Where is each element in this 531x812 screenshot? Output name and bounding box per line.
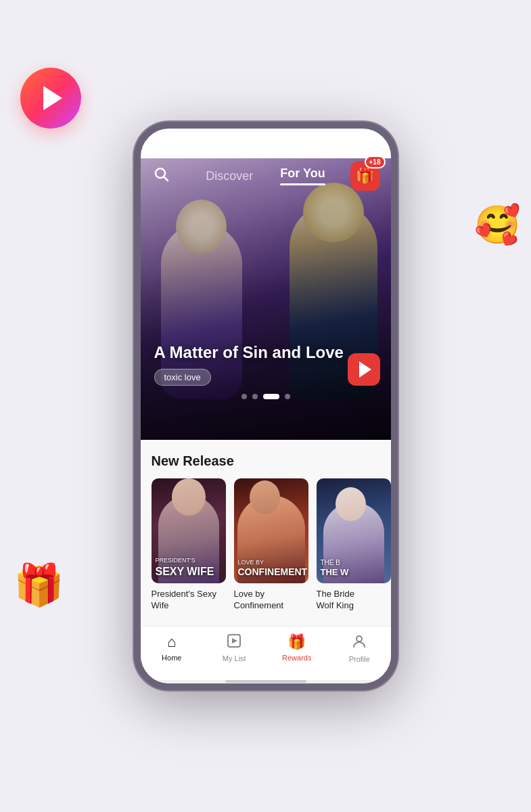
phone-frame: 10:32 ▲ — [134, 122, 398, 690]
battery-icon — [356, 139, 372, 148]
dot-2 — [252, 394, 258, 399]
deco-play-icon — [20, 68, 81, 129]
nav-label-home: Home — [162, 654, 181, 662]
signal-bar-2 — [329, 143, 331, 148]
book-cover-sexy-wife: PRESIDENT'S SEXY WIFE — [152, 478, 226, 583]
nav-label-rewards: Rewards — [282, 654, 311, 662]
hero-text-area: A Matter of Sin and Love toxic love — [154, 343, 344, 386]
svg-line-1 — [164, 177, 168, 181]
book-card-bride[interactable]: THE B THE W The BrideWolf King — [317, 478, 391, 612]
gift-button[interactable]: 🎁 +18 — [350, 161, 380, 191]
deco-emoji-icon: 🥰 — [474, 203, 521, 247]
carousel-dots — [241, 394, 290, 399]
nav-item-rewards[interactable]: 🎁 Rewards — [277, 633, 317, 662]
nav-label-mylist: My List — [223, 654, 246, 662]
book-overlay-bride: THE B THE W — [321, 558, 387, 578]
nav-label-profile: Profile — [349, 655, 370, 663]
home-indicator — [141, 680, 391, 683]
hero-tag[interactable]: toxic love — [154, 369, 211, 386]
rewards-icon: 🎁 — [287, 633, 306, 651]
book-name-confinement: Love by Confinement — [234, 589, 308, 612]
signal-bar-1 — [326, 145, 328, 148]
book-overlay-sexy-wife: PRESIDENT'S SEXY WIFE — [156, 554, 222, 578]
main-content[interactable]: New Release PRESIDENT'S SEXY WIFE Presid… — [141, 440, 391, 626]
book-name-bride: The BrideWolf King — [317, 589, 391, 612]
signal-bar-4 — [336, 139, 338, 148]
battery-fill — [358, 141, 367, 145]
dot-3-active — [263, 394, 279, 399]
hero-nav: Discover For You 🎁 +18 — [141, 158, 391, 194]
tab-for-you[interactable]: For You — [280, 166, 325, 185]
nav-item-home[interactable]: ⌂ Home — [152, 633, 192, 662]
gift-icon: 🎁 +18 — [350, 161, 380, 191]
hero-title: A Matter of Sin and Love — [154, 343, 344, 362]
new-release-section: New Release PRESIDENT'S SEXY WIFE Presid… — [141, 440, 391, 620]
profile-icon — [352, 633, 367, 652]
dot-4 — [285, 394, 290, 399]
book-card-sexy-wife[interactable]: PRESIDENT'S SEXY WIFE President's Sexy W… — [152, 478, 226, 612]
book-card-confinement[interactable]: LOVE BY CONFINEMENT Love by Confinement — [234, 478, 308, 612]
status-bar: 10:32 ▲ — [141, 129, 391, 158]
book-name-sexy-wife: President's Sexy Wife — [152, 589, 226, 612]
nav-item-mylist[interactable]: My List — [214, 633, 254, 662]
play-button[interactable] — [348, 353, 380, 386]
nav-item-profile[interactable]: Profile — [339, 633, 379, 663]
home-icon: ⌂ — [167, 633, 176, 651]
trending-section: Trending Now New New — [141, 620, 391, 626]
book-overlay-confinement: LOVE BY CONFINEMENT — [238, 557, 304, 578]
book-cover-confinement: LOVE BY CONFINEMENT — [234, 478, 308, 583]
deco-gift-left-icon: 🎁 — [14, 561, 64, 609]
svg-marker-3 — [232, 638, 237, 644]
home-bar — [225, 680, 306, 683]
signal-icon — [326, 139, 338, 148]
new-release-books-row: PRESIDENT'S SEXY WIFE President's Sexy W… — [141, 478, 391, 612]
svg-point-4 — [356, 636, 362, 641]
wifi-icon: ▲ — [342, 138, 352, 149]
status-icons: ▲ — [326, 138, 372, 149]
hero-section: Discover For You 🎁 +18 A Matter of Sin a… — [141, 129, 391, 440]
book-cover-bride: THE B THE W — [317, 478, 391, 583]
status-time: 10:32 — [160, 137, 187, 150]
search-button[interactable] — [154, 167, 169, 185]
bottom-nav: ⌂ Home My List 🎁 Rewards Pro — [141, 626, 391, 680]
play-triangle-icon — [359, 361, 371, 378]
dot-1 — [241, 394, 247, 399]
tab-discover[interactable]: Discover — [206, 169, 253, 183]
signal-bar-3 — [333, 141, 335, 148]
mylist-icon — [227, 633, 241, 652]
new-release-title: New Release — [141, 453, 391, 469]
